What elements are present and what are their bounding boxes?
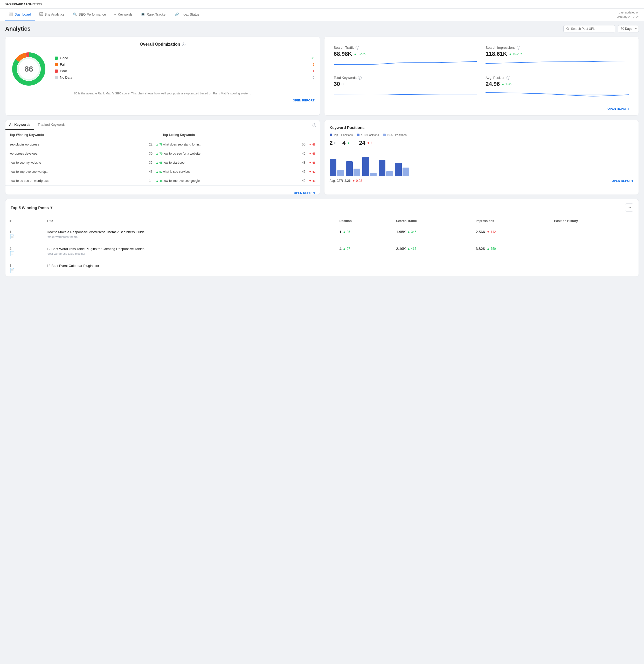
- optimization-legend: Good 35 Fair 5 Poor: [55, 56, 315, 82]
- win-change-3: ▲ 65: [156, 161, 163, 164]
- optimization-title: Overall Optimization ?: [11, 42, 315, 47]
- keywords-column-headers: Top Winning Keywords Top Losing Keywords: [5, 130, 320, 140]
- post-traffic-cell-2: 2.10K ▲ 415: [392, 243, 472, 260]
- lose-change-5: ▼ 41: [309, 179, 315, 182]
- tab-dashboard[interactable]: ⬜ Dashboard: [5, 9, 35, 20]
- days-select[interactable]: 30 Days 7 Days 90 Days 1 Year: [618, 25, 639, 33]
- win-keyword-2: wordpress developer: [9, 152, 148, 155]
- top-grid: Overall Optimization ?: [5, 37, 639, 116]
- good-value: 35: [311, 56, 314, 60]
- avg-ctr-change: ▼ 0.28: [352, 179, 362, 183]
- winning-header: Top Winning Keywords: [9, 133, 163, 137]
- breadcrumb-dashboard[interactable]: DASHBOARD: [5, 3, 23, 6]
- posts-title[interactable]: Top 5 Winning Posts ▾: [11, 205, 53, 210]
- post-url-2: /best-wordpress-table-plugins/: [47, 252, 331, 255]
- bar-2-light: [354, 169, 360, 177]
- post-traffic-cell-3: [392, 260, 472, 277]
- keyword-row-2: wordpress developer 30 ▲ 70 how to do se…: [5, 149, 320, 158]
- post-num-1: 1 📄: [5, 226, 43, 243]
- analytics-card: Search Traffic ? 68.98K ▲ 3.29K: [324, 37, 639, 116]
- total-keywords-chart: [334, 89, 477, 98]
- stat-top3: 2 0: [330, 140, 336, 146]
- kp-open-report[interactable]: OPEN REPORT: [611, 179, 633, 182]
- poor-dot: [55, 69, 58, 72]
- keyword-row-5: how to do seo on wordpress 1 ▲ 48 how to…: [5, 177, 320, 185]
- keywords-card: All Keywords Tracked Keywords ? Top Winn…: [5, 120, 320, 195]
- poor-value: 1: [313, 69, 314, 73]
- total-keywords-label: Total Keywords ?: [334, 76, 477, 80]
- post-history-cell-1: [550, 226, 639, 243]
- avg-position-label: Avg. Position ?: [485, 76, 629, 80]
- search-traffic-label: Search Traffic ?: [334, 46, 477, 49]
- tab-rank-tracker[interactable]: 💻 Rank Tracker: [137, 9, 171, 20]
- analytics-open-report[interactable]: OPEN REPORT: [607, 107, 629, 110]
- 10-50-dot: [383, 133, 386, 136]
- tab-index-status[interactable]: 🔗 Index Status: [171, 9, 203, 20]
- post-traffic-change-1: ▲ 346: [407, 230, 416, 234]
- tab-index-status-label: Index Status: [181, 13, 199, 16]
- table-row: 3 📄 18 Best Event Calendar Plugins for: [5, 260, 639, 277]
- nodata-label: No Data: [60, 76, 72, 79]
- keywords-open-report[interactable]: OPEN REPORT: [294, 191, 316, 194]
- legend-item-nodata: No Data 0: [55, 76, 315, 79]
- bar-group-4: [379, 160, 393, 177]
- tab-tracked-keywords[interactable]: Tracked Keywords: [34, 120, 69, 130]
- posts-menu-button[interactable]: ···: [625, 203, 633, 212]
- col-search-traffic: Search Traffic: [392, 216, 472, 226]
- post-position-change-1: ▲ 35: [342, 230, 350, 234]
- keywords-footer: OPEN REPORT: [5, 185, 320, 194]
- tab-site-analytics[interactable]: Site Analytics: [35, 8, 69, 21]
- chevron-down-icon: ▾: [50, 205, 53, 210]
- tab-seo-performance-label: SEO Performance: [79, 13, 106, 16]
- total-keywords-item: Total Keywords ? 30 0: [330, 72, 482, 102]
- search-impressions-label: Search Impressions ?: [485, 46, 629, 49]
- optimization-open-report[interactable]: OPEN REPORT: [11, 99, 315, 102]
- nodata-value: 0: [313, 76, 314, 79]
- stat-10-50: 24 ▼ 1: [359, 140, 372, 146]
- keywords-tabs: All Keywords Tracked Keywords ?: [5, 120, 320, 130]
- post-history-cell-2: [550, 243, 639, 260]
- nav-tabs: ⬜ Dashboard Site Analytics 🔍 SEO Perform…: [0, 8, 644, 21]
- legend-item-poor: Poor 1: [55, 69, 315, 73]
- legend-item-fair: Fair 5: [55, 63, 315, 66]
- search-post-url-input[interactable]: [571, 27, 612, 30]
- fair-value: 5: [313, 63, 314, 66]
- post-traffic-2: 2.10K: [396, 247, 406, 251]
- bar-1-light: [337, 170, 344, 177]
- avg-position-change: ▲ 1.35: [501, 82, 512, 86]
- page-title: Analytics: [5, 25, 30, 32]
- good-label: Good: [60, 56, 68, 60]
- bar-2-dark: [346, 161, 353, 177]
- post-traffic-change-2: ▲ 415: [407, 247, 416, 251]
- avg-ctr-label: Avg. CTR: [330, 179, 343, 183]
- lose-pos-2: 46: [302, 152, 307, 155]
- lose-pos-1: 50: [302, 143, 307, 146]
- analytics-footer: OPEN REPORT: [330, 102, 633, 110]
- lose-pos-5: 49: [302, 179, 307, 183]
- avg-position-help-icon: ?: [506, 76, 510, 80]
- tab-keywords-label: Keywords: [118, 13, 132, 16]
- lose-change-1: ▼ 48: [309, 143, 315, 146]
- post-impressions-change-2: ▲ 750: [487, 247, 496, 251]
- page-header: Analytics 30 Days 7 Days 90 Days 1 Year: [0, 21, 644, 37]
- dashboard-icon: ⬜: [9, 13, 13, 16]
- bar-1-dark: [330, 159, 336, 177]
- bar-group-3: [362, 157, 377, 177]
- fair-label: Fair: [60, 63, 66, 66]
- search-box[interactable]: [563, 25, 615, 33]
- tab-all-keywords[interactable]: All Keywords: [5, 120, 34, 130]
- analytics-grid: Search Traffic ? 68.98K ▲ 3.29K: [330, 42, 633, 102]
- total-keywords-value: 30 0: [334, 81, 477, 87]
- post-impressions-cell-2: 3.82K ▲ 750: [472, 243, 550, 260]
- lose-keyword-1: what does seo stand for in...: [163, 143, 300, 146]
- win-change-4: ▲ 57: [156, 170, 163, 173]
- tab-keywords[interactable]: ≡ Keywords: [110, 9, 137, 20]
- win-keyword-1: seo plugin wordpress: [9, 143, 148, 146]
- tab-seo-performance[interactable]: 🔍 SEO Performance: [69, 9, 110, 20]
- post-traffic-1: 1.95K: [396, 230, 406, 234]
- post-position-2: 4: [339, 247, 341, 251]
- seo-performance-icon: 🔍: [73, 13, 77, 16]
- top-posts-card: Top 5 Winning Posts ▾ ··· # Title Positi…: [5, 199, 639, 277]
- stat-4-10: 4 ▲ 1: [342, 140, 353, 146]
- breadcrumb: DASHBOARD / ANALYTICS: [0, 0, 644, 8]
